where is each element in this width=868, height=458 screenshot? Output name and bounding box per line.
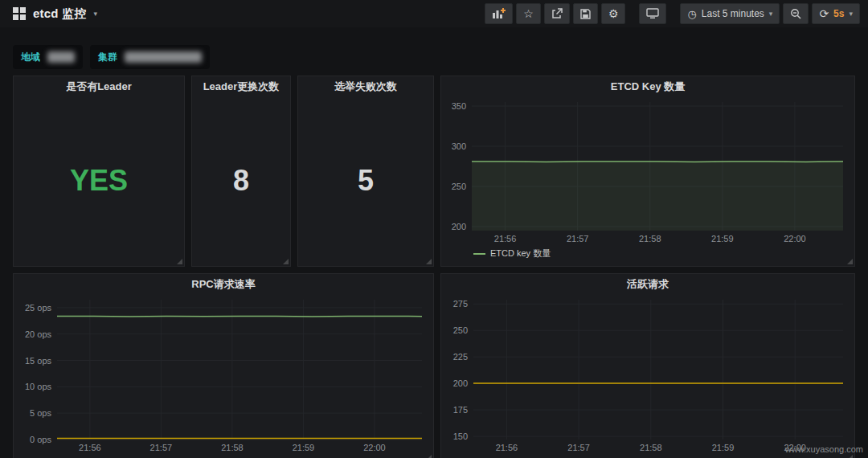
svg-text:21:56: 21:56 <box>494 234 517 243</box>
chevron-down-icon[interactable]: ▾ <box>93 10 97 18</box>
panel-leader-changes: Leader更换次数 8 <box>191 76 291 267</box>
svg-text:21:58: 21:58 <box>221 443 244 452</box>
variable-region[interactable]: 地域 <box>13 45 83 69</box>
stat-value: YES <box>70 164 128 198</box>
svg-text:250: 250 <box>452 182 466 191</box>
svg-text:22:00: 22:00 <box>784 234 806 243</box>
panel-has-leader: 是否有Leader YES <box>13 76 185 267</box>
legend-color-swatch <box>473 253 485 255</box>
legend-item[interactable]: ETCD key 数量 <box>473 247 551 260</box>
panel-election-failures: 选举失败次数 5 <box>297 76 434 267</box>
monitor-icon <box>646 8 659 19</box>
svg-text:275: 275 <box>453 299 468 309</box>
bar-chart-plus-icon <box>492 8 506 19</box>
grafana-apps-icon[interactable] <box>13 7 26 20</box>
svg-text:21:57: 21:57 <box>150 443 173 452</box>
svg-text:25 ops: 25 ops <box>25 303 52 313</box>
stat-body: 8 <box>192 96 290 266</box>
svg-text:21:56: 21:56 <box>496 443 518 452</box>
panel-title[interactable]: 是否有Leader <box>14 76 184 96</box>
svg-text:225: 225 <box>453 352 468 362</box>
panel-etcd-key-count: ETCD Key 数量 20025030035021:5621:5721:582… <box>440 76 855 267</box>
svg-text:175: 175 <box>453 405 468 415</box>
share-button[interactable] <box>544 3 570 24</box>
active-requests-chart[interactable]: 15017520022525027521:5621:5721:5821:5922… <box>444 293 851 456</box>
svg-text:10 ops: 10 ops <box>25 382 52 391</box>
chevron-down-icon: ▾ <box>769 10 773 18</box>
legend-label: ETCD key 数量 <box>490 247 551 260</box>
add-panel-button[interactable] <box>485 3 513 24</box>
variable-region-value-redacted[interactable] <box>47 51 75 63</box>
star-icon: ☆ <box>523 8 534 19</box>
settings-button[interactable]: ⚙ <box>601 3 626 24</box>
time-range-label: Last 5 minutes <box>702 8 764 19</box>
svg-text:300: 300 <box>452 141 466 151</box>
chevron-down-icon: ▾ <box>849 10 853 18</box>
refresh-button[interactable]: ⟳ 5s ▾ <box>812 3 860 24</box>
tv-mode-button[interactable] <box>639 3 666 24</box>
panel-title[interactable]: ETCD Key 数量 <box>441 76 854 96</box>
svg-text:21:59: 21:59 <box>711 234 734 243</box>
watermark: www.xuyasong.com <box>785 444 863 454</box>
panel-title[interactable]: 活跃请求 <box>441 274 854 293</box>
navbar-left: etcd 监控 ▾ <box>8 6 97 22</box>
zoom-out-button[interactable] <box>783 3 809 24</box>
navbar-right: ☆ ⚙ ◷ Last 5 minutes ▾ ⟳ 5s ▾ <box>485 3 860 24</box>
save-button[interactable] <box>573 3 598 24</box>
svg-text:150: 150 <box>453 431 468 441</box>
stat-body: YES <box>14 96 184 266</box>
svg-text:0 ops: 0 ops <box>30 435 51 444</box>
panel-active-requests: 活跃请求 15017520022525027521:5621:5721:5821… <box>440 273 855 458</box>
svg-text:21:57: 21:57 <box>567 234 589 243</box>
stat-body: 5 <box>298 96 433 266</box>
panel-rpc-rate: RPC请求速率 0 ops5 ops10 ops15 ops20 ops25 o… <box>13 273 434 458</box>
refresh-icon: ⟳ <box>819 8 829 19</box>
share-icon <box>551 8 563 19</box>
svg-text:21:57: 21:57 <box>567 443 590 452</box>
floppy-save-icon <box>580 9 591 19</box>
svg-text:200: 200 <box>452 222 466 231</box>
stat-value: 8 <box>233 164 249 198</box>
panel-title[interactable]: 选举失败次数 <box>298 76 433 96</box>
zoom-out-icon <box>790 8 801 19</box>
clock-icon: ◷ <box>687 9 696 19</box>
top-navbar: etcd 监控 ▾ ☆ ⚙ ◷ Last 5 minutes ▾ <box>0 0 868 27</box>
refresh-interval-label: 5s <box>833 8 844 19</box>
rpc-rate-chart[interactable]: 0 ops5 ops10 ops15 ops20 ops25 ops21:562… <box>17 293 430 456</box>
etcd-key-count-chart[interactable]: 20025030035021:5621:5721:5821:5922:00 <box>444 96 851 247</box>
svg-text:21:58: 21:58 <box>640 443 662 452</box>
variable-region-label: 地域 <box>21 51 40 64</box>
svg-text:21:59: 21:59 <box>293 443 315 452</box>
svg-text:5 ops: 5 ops <box>30 408 51 418</box>
svg-text:250: 250 <box>453 325 468 335</box>
variable-cluster-label: 集群 <box>98 51 117 64</box>
stat-value: 5 <box>358 164 374 198</box>
panel-title[interactable]: Leader更换次数 <box>192 76 290 96</box>
svg-text:21:56: 21:56 <box>79 443 101 452</box>
svg-text:21:58: 21:58 <box>639 234 661 243</box>
dashboard-title[interactable]: etcd 监控 <box>33 6 86 22</box>
svg-text:21:59: 21:59 <box>712 443 735 452</box>
variable-cluster[interactable]: 集群 <box>90 45 210 69</box>
panel-title[interactable]: RPC请求速率 <box>14 274 433 293</box>
gear-icon: ⚙ <box>608 8 619 19</box>
time-range-picker[interactable]: ◷ Last 5 minutes ▾ <box>680 3 780 24</box>
svg-text:200: 200 <box>453 378 468 388</box>
svg-text:15 ops: 15 ops <box>25 356 52 366</box>
svg-text:22:00: 22:00 <box>363 443 386 452</box>
star-button[interactable]: ☆ <box>516 3 541 24</box>
svg-text:20 ops: 20 ops <box>25 329 52 339</box>
svg-text:350: 350 <box>452 101 466 111</box>
variable-cluster-value-redacted[interactable] <box>125 51 202 63</box>
